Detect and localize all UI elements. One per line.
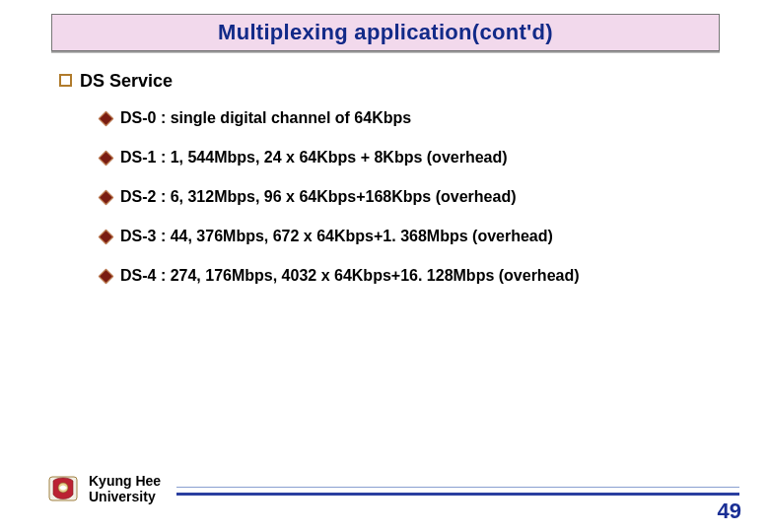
- item-text: DS-4 : 274, 176Mbps, 4032 x 64Kbps+16. 1…: [120, 267, 580, 285]
- diamond-bullet-icon: [99, 190, 112, 204]
- title-bar: Multiplexing application(cont'd): [51, 14, 720, 51]
- diamond-bullet-icon: [99, 111, 112, 125]
- item-text: DS-1 : 1, 544Mbps, 24 x 64Kbps + 8Kbps (…: [120, 149, 508, 166]
- square-bullet-icon: [59, 74, 72, 87]
- item-text: DS-2 : 6, 312Mbps, 96 x 64Kbps+168Kbps (…: [120, 188, 516, 206]
- section-heading: DS Service: [59, 71, 710, 92]
- footer: Kyung Hee University: [45, 465, 739, 512]
- diamond-bullet-icon: [99, 151, 112, 165]
- diamond-bullet-icon: [99, 269, 112, 283]
- slide-title: Multiplexing application(cont'd): [218, 20, 553, 45]
- list-item: DS-1 : 1, 544Mbps, 24 x 64Kbps + 8Kbps (…: [99, 149, 710, 166]
- content-area: DS Service DS-0 : single digital channel…: [59, 71, 710, 306]
- list-item: DS-3 : 44, 376Mbps, 672 x 64Kbps+1. 368M…: [99, 228, 710, 245]
- list-item: DS-2 : 6, 312Mbps, 96 x 64Kbps+168Kbps (…: [99, 188, 710, 206]
- footer-divider: [176, 487, 739, 496]
- diamond-bullet-icon: [99, 230, 112, 243]
- university-line2: University: [89, 489, 161, 504]
- item-text: DS-0 : single digital channel of 64Kbps: [120, 109, 411, 127]
- slide: Multiplexing application(cont'd) DS Serv…: [0, 0, 769, 532]
- item-text: DS-3 : 44, 376Mbps, 672 x 64Kbps+1. 368M…: [120, 228, 553, 245]
- university-name: Kyung Hee University: [89, 473, 161, 504]
- page-number: 49: [718, 499, 741, 524]
- university-crest-icon: [45, 471, 81, 506]
- list-item: DS-0 : single digital channel of 64Kbps: [99, 109, 710, 127]
- university-line1: Kyung Hee: [89, 473, 161, 489]
- section-label: DS Service: [80, 71, 173, 92]
- item-list: DS-0 : single digital channel of 64Kbps …: [99, 109, 710, 285]
- list-item: DS-4 : 274, 176Mbps, 4032 x 64Kbps+16. 1…: [99, 267, 710, 285]
